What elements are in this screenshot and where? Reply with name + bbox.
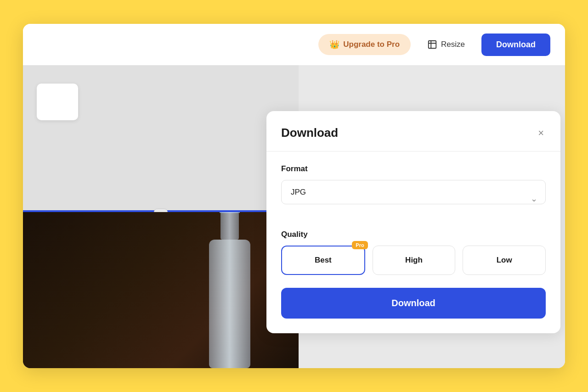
svg-rect-0 [429, 41, 436, 49]
quality-label: Quality [281, 230, 546, 239]
milk-bottle [188, 212, 271, 368]
upgrade-label: Upgrade to Pro [343, 40, 400, 49]
download-header-label: Download [496, 40, 536, 49]
quality-high-button[interactable]: High [373, 246, 456, 275]
crown-icon: 👑 [329, 39, 339, 50]
quality-high-label: High [405, 256, 423, 264]
resize-icon [427, 39, 437, 50]
bottle-body [209, 240, 250, 368]
image-bottom-part [23, 212, 299, 368]
close-icon: × [538, 127, 544, 139]
format-select-wrapper: JPG PNG SVG PDF ⌄ [281, 180, 546, 217]
download-header-button[interactable]: Download [481, 34, 550, 56]
download-action-button[interactable]: Download [281, 288, 546, 319]
quality-options: Pro Best High Low [281, 246, 546, 275]
quality-low-button[interactable]: Low [463, 246, 546, 275]
divider [266, 151, 560, 151]
format-label: Format [281, 164, 546, 174]
panel-header: Download × [281, 126, 546, 140]
pro-badge: Pro [352, 241, 368, 249]
white-card [37, 84, 78, 120]
image-preview [23, 65, 299, 368]
main-container: 👑 Upgrade to Pro Resize Download [23, 24, 565, 368]
download-panel: Download × Format JPG PNG SVG PDF ⌄ Qual… [266, 111, 560, 333]
quality-best-label: Best [315, 256, 332, 264]
image-top-part [23, 65, 299, 212]
quality-low-label: Low [497, 256, 512, 264]
resize-label: Resize [441, 40, 465, 49]
top-bar: 👑 Upgrade to Pro Resize Download [23, 24, 565, 65]
close-button[interactable]: × [536, 126, 546, 140]
quality-best-button[interactable]: Pro Best [281, 246, 365, 275]
panel-title: Download [281, 126, 338, 140]
format-select[interactable]: JPG PNG SVG PDF [281, 180, 546, 204]
upgrade-button[interactable]: 👑 Upgrade to Pro [318, 34, 411, 55]
canvas-area: Download × Format JPG PNG SVG PDF ⌄ Qual… [23, 65, 565, 368]
download-action-label: Download [391, 298, 435, 308]
bottle-neck [220, 212, 239, 240]
resize-button[interactable]: Resize [418, 34, 474, 55]
